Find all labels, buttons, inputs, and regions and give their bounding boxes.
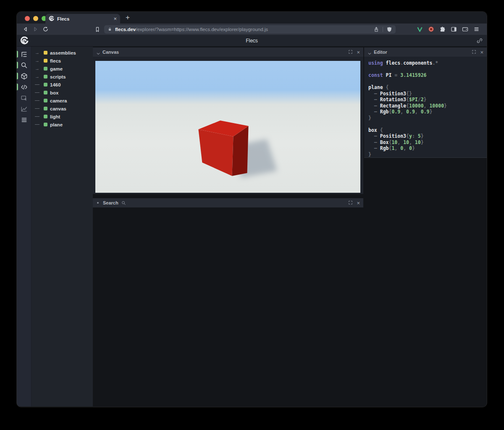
- code-line: – Box{10, 10, 10}: [368, 139, 487, 146]
- address-bar[interactable]: flecs.dev/explorer/?wasm=https://www.fle…: [104, 25, 396, 34]
- query-search-icon[interactable]: [17, 60, 32, 71]
- close-panel-icon[interactable]: ×: [357, 200, 360, 206]
- active-indicator: [17, 51, 18, 58]
- menu-icon[interactable]: [472, 26, 480, 33]
- tree-item-label: light: [50, 114, 60, 119]
- search-panel: Search ×: [93, 198, 363, 207]
- code-line: – Rgb{0.9, 0.9, 0.9}: [368, 109, 487, 115]
- tree-item-label: canvas: [50, 106, 66, 111]
- entity-color-square: [44, 123, 47, 126]
- tree-item-box[interactable]: box: [32, 89, 93, 97]
- entity-color-square: [44, 83, 47, 87]
- canvas-column: Canvas ×: [93, 47, 363, 406]
- active-indicator: [17, 84, 18, 90]
- entity-color-square: [44, 51, 47, 55]
- left-icon-strip: [17, 47, 32, 406]
- tree-item-assemblies[interactable]: →assemblies: [32, 49, 93, 57]
- code-line: }: [368, 152, 487, 158]
- code-line: – Position3{}: [368, 91, 487, 97]
- entity-color-square: [44, 107, 47, 110]
- close-panel-icon[interactable]: ×: [357, 50, 360, 55]
- sidebar-toggle-icon[interactable]: [450, 26, 457, 33]
- expand-arrow-icon[interactable]: →: [35, 50, 41, 55]
- bookmark-icon[interactable]: [93, 25, 102, 34]
- extensions-icon[interactable]: [438, 26, 446, 33]
- url-text: flecs.dev/explorer/?wasm=https://www.fle…: [115, 27, 373, 32]
- app-header: Flecs: [17, 35, 487, 47]
- search-panel-header[interactable]: Search ×: [93, 198, 363, 207]
- code-line: [368, 66, 487, 73]
- code-area[interactable]: using flecs.components.* const PI = 3.14…: [364, 57, 487, 158]
- back-button[interactable]: [21, 25, 29, 34]
- expand-arrow-icon[interactable]: →: [35, 58, 41, 63]
- tree-item-light[interactable]: light: [32, 113, 93, 121]
- search-panel-title: Search: [103, 200, 118, 205]
- leaf-dash-icon: [35, 108, 41, 109]
- canvas-panel-title: Canvas: [102, 50, 119, 55]
- inspector-icon[interactable]: [17, 92, 32, 103]
- new-tab-button[interactable]: +: [123, 13, 132, 22]
- code-line: – Rotation3{$PI/2}: [368, 97, 487, 103]
- close-window-button[interactable]: [25, 16, 30, 21]
- chevron-down-icon[interactable]: [368, 50, 372, 54]
- tree-item-label: box: [50, 90, 58, 95]
- app-body: →assemblies→flecs→game→scripts1460boxcam…: [17, 47, 487, 406]
- tree-item-camera[interactable]: camera: [32, 97, 93, 105]
- 3d-viewport[interactable]: [95, 61, 360, 193]
- browser-tab[interactable]: Flecs ×: [45, 14, 120, 24]
- tree-item-1460[interactable]: 1460: [32, 81, 93, 89]
- fullscreen-icon[interactable]: [348, 199, 353, 207]
- editor-panel-title: Editor: [374, 50, 387, 55]
- tree-item-plane[interactable]: plane: [32, 121, 93, 128]
- main-area: Canvas ×: [93, 47, 487, 406]
- tab-close-icon[interactable]: ×: [113, 16, 117, 21]
- canvas-panel-body: [93, 57, 363, 194]
- expand-arrow-icon[interactable]: →: [35, 74, 41, 79]
- code-line: }: [368, 115, 487, 121]
- expand-arrow-icon[interactable]: →: [35, 66, 41, 71]
- leaf-dash-icon: [35, 116, 41, 117]
- tab-title: Flecs: [57, 16, 110, 21]
- entity-tree: →assemblies→flecs→game→scripts1460boxcam…: [32, 47, 93, 406]
- forward-button[interactable]: [31, 25, 39, 34]
- canvas-panel: Canvas ×: [93, 47, 363, 194]
- tree-item-flecs[interactable]: →flecs: [32, 57, 93, 65]
- minimize-window-button[interactable]: [33, 16, 38, 21]
- share-icon[interactable]: [373, 26, 379, 32]
- tree-item-label: plane: [50, 122, 63, 127]
- entity-color-square: [44, 91, 47, 94]
- entity-color-square: [44, 99, 47, 102]
- flecs-logo-icon[interactable]: [20, 37, 29, 45]
- entity-color-square: [44, 67, 47, 71]
- fullscreen-icon[interactable]: [348, 48, 353, 56]
- chevron-down-icon[interactable]: [96, 50, 100, 54]
- lock-icon: [108, 27, 112, 31]
- brave-shield-icon[interactable]: [386, 26, 392, 32]
- tree-item-label: game: [50, 66, 63, 71]
- tree-item-canvas[interactable]: canvas: [32, 105, 93, 113]
- entity-tree-icon[interactable]: [17, 49, 32, 60]
- fullscreen-icon[interactable]: [472, 48, 476, 56]
- stats-chart-icon[interactable]: [17, 103, 32, 114]
- close-panel-icon[interactable]: ×: [480, 50, 483, 55]
- share-link-icon[interactable]: [476, 37, 483, 44]
- vue-devtools-icon[interactable]: [416, 26, 423, 33]
- leaf-dash-icon: [35, 84, 41, 85]
- code-editor-icon[interactable]: [17, 81, 32, 92]
- wallet-icon[interactable]: [461, 26, 469, 33]
- tree-item-scripts[interactable]: →scripts: [32, 73, 93, 81]
- editor-panel-header: Editor ×: [364, 47, 487, 57]
- red-extension-icon[interactable]: [427, 26, 435, 33]
- 3d-scene: [95, 61, 360, 193]
- tree-item-label: assemblies: [50, 50, 76, 55]
- tree-item-game[interactable]: →game: [32, 65, 93, 73]
- entity-color-square: [44, 75, 47, 79]
- tables-icon[interactable]: [17, 114, 32, 125]
- tab-favicon-flecs-logo: [49, 16, 54, 21]
- app-title: Flecs: [246, 38, 258, 44]
- canvas-3d-icon[interactable]: [17, 71, 32, 81]
- collapsed-dot-icon[interactable]: [97, 202, 99, 204]
- leaf-dash-icon: [35, 124, 41, 125]
- code-line: – Position3{y: 5}: [368, 133, 487, 139]
- reload-button[interactable]: [41, 25, 50, 34]
